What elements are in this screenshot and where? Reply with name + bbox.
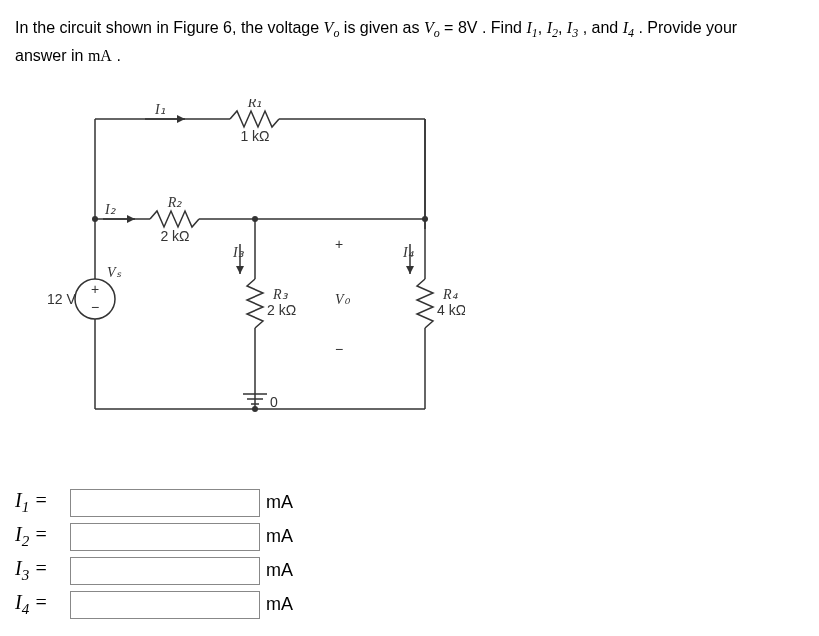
vs-val: 12 V (47, 291, 76, 307)
vs-label: Vₛ (107, 265, 122, 280)
svg-marker-36 (406, 266, 414, 274)
i2-input[interactable] (70, 523, 260, 551)
svg-text:−: − (91, 299, 99, 315)
vo-var: Vo (324, 19, 340, 36)
circuit-figure: I₁ R₁ 1 kΩ I₂ R₂ 2 kΩ + − Vₛ 12 V (45, 99, 465, 449)
answer-row-i4: I4 = mA (15, 591, 804, 619)
vo-label: V₀ (335, 292, 351, 307)
svg-marker-27 (236, 266, 244, 274)
r1-label: R₁ (247, 99, 263, 110)
svg-text:+: + (91, 281, 99, 297)
i3-input[interactable] (70, 557, 260, 585)
r2-label: R₂ (167, 195, 183, 210)
i4-input[interactable] (70, 591, 260, 619)
i1-label: I₁ (154, 102, 166, 117)
i1-input[interactable] (70, 489, 260, 517)
answer-row-i1: I1 = mA (15, 489, 804, 517)
vo-eq: Vo (424, 19, 440, 36)
svg-marker-18 (127, 215, 135, 223)
r1-val: 1 kΩ (240, 128, 269, 144)
i2-label: I₂ (104, 202, 116, 217)
i4-label: I₄ (402, 245, 414, 260)
answer-section: I1 = mA I2 = mA I3 = mA I4 = mA (15, 489, 804, 619)
i3-label: I₃ (232, 245, 245, 260)
prob-prefix: In the circuit shown in Figure 6, the vo… (15, 19, 324, 36)
answer-row-i2: I2 = mA (15, 523, 804, 551)
svg-point-30 (252, 406, 258, 412)
r4-label: R₄ (442, 287, 458, 302)
r3-label: R₃ (272, 287, 289, 302)
r4-val: 4 kΩ (437, 302, 465, 318)
vo-plus: + (335, 236, 343, 252)
vo-minus: − (335, 341, 343, 357)
answer-row-i3: I3 = mA (15, 557, 804, 585)
r3-val: 2 kΩ (267, 302, 296, 318)
problem-statement: In the circuit shown in Figure 6, the vo… (15, 15, 804, 69)
r2-val: 2 kΩ (160, 228, 189, 244)
svg-marker-7 (177, 115, 185, 123)
gnd-label: 0 (270, 394, 278, 410)
